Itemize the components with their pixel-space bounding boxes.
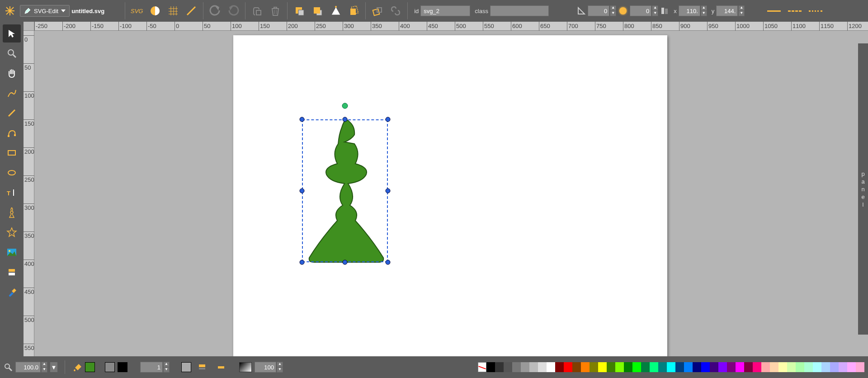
blur-up[interactable]: ▲: [652, 5, 658, 11]
palette-color[interactable]: [770, 362, 778, 372]
image-tool[interactable]: [3, 243, 21, 261]
stroke-width-input[interactable]: [140, 362, 163, 373]
palette-nofill[interactable]: [478, 362, 486, 372]
palette-color[interactable]: [607, 362, 615, 372]
move-bottom-button[interactable]: [309, 3, 326, 19]
group-button[interactable]: [369, 3, 386, 19]
star-tool[interactable]: [3, 223, 21, 241]
opacity-input[interactable]: [255, 362, 276, 373]
palette-color[interactable]: [632, 362, 641, 372]
resize-ne[interactable]: [386, 117, 391, 122]
palette-color[interactable]: [830, 362, 839, 372]
pan-tool[interactable]: [3, 64, 21, 82]
palette-color[interactable]: [710, 362, 718, 372]
angle-down[interactable]: ▼: [610, 11, 616, 16]
palette-color[interactable]: [590, 362, 598, 372]
palette-color[interactable]: [727, 362, 736, 372]
palette-color[interactable]: [839, 362, 847, 372]
palette-color[interactable]: [847, 362, 856, 372]
palette-color[interactable]: [667, 362, 675, 372]
make-link-button[interactable]: [387, 3, 404, 19]
edit-source-button[interactable]: SVG: [129, 3, 145, 19]
blur-input[interactable]: [630, 5, 651, 16]
redo-button[interactable]: [225, 3, 241, 19]
palette-color[interactable]: [813, 362, 821, 372]
palette-color[interactable]: [495, 362, 504, 372]
stroke-swatch-outer[interactable]: [105, 362, 115, 372]
op-down[interactable]: ▼: [277, 367, 283, 373]
palette-color[interactable]: [658, 362, 667, 372]
palette-color[interactable]: [615, 362, 624, 372]
main-menu[interactable]: SVG-Edit: [20, 5, 70, 17]
palette-color[interactable]: [555, 362, 564, 372]
placemark-tool[interactable]: [3, 263, 21, 281]
document-title[interactable]: [71, 8, 121, 14]
palette-color[interactable]: [572, 362, 581, 372]
move-top-button[interactable]: [291, 3, 307, 19]
y-up[interactable]: ▲: [738, 5, 745, 11]
palette-color[interactable]: [718, 362, 727, 372]
x-input[interactable]: [679, 5, 700, 16]
op-up[interactable]: ▲: [277, 362, 283, 367]
x-down[interactable]: ▼: [701, 11, 707, 16]
palette-color[interactable]: [693, 362, 701, 372]
palette-color[interactable]: [641, 362, 650, 372]
palette-color[interactable]: [486, 362, 495, 372]
palette-color[interactable]: [736, 362, 744, 372]
stroke-swatch[interactable]: [118, 362, 127, 372]
logo-icon[interactable]: [2, 3, 18, 19]
path-tool[interactable]: [3, 124, 21, 142]
ellipse-tool[interactable]: [3, 164, 21, 182]
zoom-up[interactable]: ▲: [41, 362, 47, 367]
dash-style-dotted[interactable]: [809, 10, 822, 12]
class-input[interactable]: [490, 5, 549, 16]
palette-color[interactable]: [744, 362, 753, 372]
resize-sw[interactable]: [300, 260, 305, 265]
palette-color[interactable]: [521, 362, 529, 372]
id-input[interactable]: [420, 5, 470, 16]
shape-tool[interactable]: [3, 203, 21, 222]
convert-path-button[interactable]: [327, 3, 344, 19]
palette-color[interactable]: [650, 362, 658, 372]
palette-color[interactable]: [564, 362, 572, 372]
linejoin-button[interactable]: [181, 362, 191, 372]
panel-toggle[interactable]: p a n e l: [858, 43, 868, 335]
undo-button[interactable]: [207, 3, 223, 19]
eyedropper-tool[interactable]: [3, 283, 21, 301]
resize-s[interactable]: [343, 260, 348, 265]
line-tool[interactable]: [3, 104, 21, 122]
fill-swatch[interactable]: [85, 362, 95, 372]
palette-color[interactable]: [684, 362, 693, 372]
sw-up[interactable]: ▲: [163, 362, 170, 367]
delete-button[interactable]: [267, 3, 283, 19]
palette-color[interactable]: [538, 362, 547, 372]
zoom-menu[interactable]: ▼: [50, 362, 57, 372]
text-tool[interactable]: T: [3, 184, 21, 202]
palette-color[interactable]: [529, 362, 538, 372]
y-down[interactable]: ▼: [738, 11, 745, 16]
blur-down[interactable]: ▼: [652, 11, 658, 16]
angle-input[interactable]: [588, 5, 609, 16]
zoom-down[interactable]: ▼: [41, 367, 47, 373]
wireframe-button[interactable]: [147, 3, 163, 19]
palette-color[interactable]: [821, 362, 830, 372]
pencil-tool[interactable]: [3, 84, 21, 102]
zoom-input[interactable]: [15, 362, 41, 373]
reorient-button[interactable]: [345, 3, 362, 19]
palette-color[interactable]: [598, 362, 607, 372]
angle-up[interactable]: ▲: [610, 5, 616, 11]
palette-color[interactable]: [778, 362, 787, 372]
linecap1[interactable]: [194, 359, 210, 375]
show-grid-button[interactable]: [165, 3, 181, 19]
palette-color[interactable]: [512, 362, 521, 372]
rect-tool[interactable]: [3, 144, 21, 162]
select-tool[interactable]: [3, 24, 21, 43]
palette-color[interactable]: [804, 362, 813, 372]
dash-style-solid[interactable]: [767, 10, 781, 12]
dash-style-dashed[interactable]: [788, 10, 802, 12]
resize-nw[interactable]: [300, 117, 305, 122]
palette-color[interactable]: [787, 362, 796, 372]
resize-n[interactable]: [343, 117, 348, 122]
y-input[interactable]: [716, 5, 738, 16]
palette-color[interactable]: [581, 362, 590, 372]
